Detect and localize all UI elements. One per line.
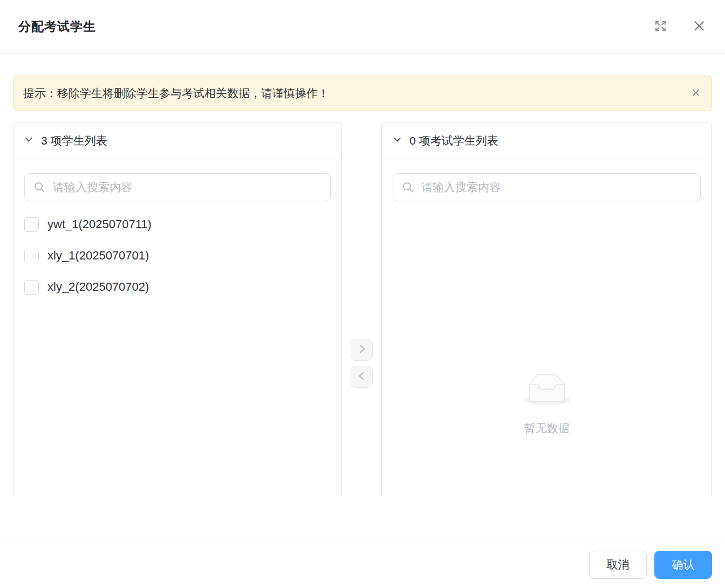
- move-to-right-button[interactable]: [351, 339, 373, 361]
- alert-close-button[interactable]: [690, 87, 702, 100]
- student-name: xly_1(2025070701): [47, 249, 149, 263]
- dialog-body: 提示：移除学生将删除学生参与考试相关数据，请谨慎操作！: [0, 54, 725, 496]
- target-search-box: [393, 173, 701, 201]
- dialog-title: 分配考试学生: [18, 18, 96, 35]
- exam-student-list-panel: 0项考试学生列表: [381, 122, 712, 496]
- close-icon: [690, 87, 702, 100]
- fullscreen-button[interactable]: [653, 19, 668, 35]
- transfer-buttons: [342, 122, 381, 496]
- source-search-box: [24, 173, 331, 201]
- checkbox[interactable]: [24, 280, 39, 295]
- panel-header-text: 3项学生列表: [41, 133, 107, 148]
- fullscreen-expand-icon: [653, 19, 668, 35]
- empty-state: 暂无数据: [382, 374, 712, 436]
- exam-student-count: 0: [409, 134, 416, 147]
- student-count: 3: [41, 134, 47, 147]
- dialog-header: 分配考试学生: [0, 0, 725, 54]
- warning-alert: 提示：移除学生将删除学生参与考试相关数据，请谨慎操作！: [13, 76, 712, 111]
- confirm-button[interactable]: 确认: [654, 551, 712, 579]
- assign-exam-students-dialog: 分配考试学生: [0, 0, 725, 588]
- close-icon: [692, 18, 707, 35]
- student-list-panel: 3项学生列表 ywt_1(2025070711): [13, 122, 342, 496]
- checkbox[interactable]: [24, 217, 39, 232]
- list-item[interactable]: xly_2(2025070702): [13, 271, 341, 303]
- dialog-footer: 取消 确认: [0, 538, 725, 588]
- list-item[interactable]: xly_1(2025070701): [13, 240, 341, 271]
- student-list-panel-header[interactable]: 3项学生列表: [13, 122, 341, 159]
- cancel-button[interactable]: 取消: [589, 551, 647, 579]
- student-name: ywt_1(2025070711): [47, 217, 152, 231]
- source-search-input[interactable]: [24, 173, 331, 201]
- transfer-panels: 3项学生列表 ywt_1(2025070711): [13, 122, 712, 496]
- empty-state-text: 暂无数据: [524, 421, 570, 436]
- header-actions: [653, 18, 707, 35]
- chevron-left-icon: [356, 370, 368, 384]
- empty-box-icon: [522, 374, 572, 408]
- list-item[interactable]: ywt_1(2025070711): [13, 209, 341, 240]
- student-list-label: 项学生列表: [51, 134, 107, 147]
- exam-student-list-label: 项考试学生列表: [419, 134, 498, 147]
- checkbox[interactable]: [24, 249, 39, 263]
- dialog-close-button[interactable]: [692, 18, 707, 35]
- chevron-right-icon: [356, 343, 368, 357]
- warning-alert-text: 提示：移除学生将删除学生参与考试相关数据，请谨慎操作！: [23, 86, 329, 101]
- exam-student-list-panel-header[interactable]: 0项考试学生列表: [382, 122, 712, 159]
- student-list: ywt_1(2025070711) xly_1(2025070701) xly_…: [13, 209, 341, 303]
- chevron-down-icon: [392, 134, 403, 148]
- panel-header-text: 0项考试学生列表: [409, 133, 498, 148]
- target-search-input[interactable]: [393, 173, 701, 201]
- chevron-down-icon: [23, 134, 35, 148]
- move-to-left-button[interactable]: [351, 366, 373, 388]
- student-name: xly_2(2025070702): [47, 280, 149, 294]
